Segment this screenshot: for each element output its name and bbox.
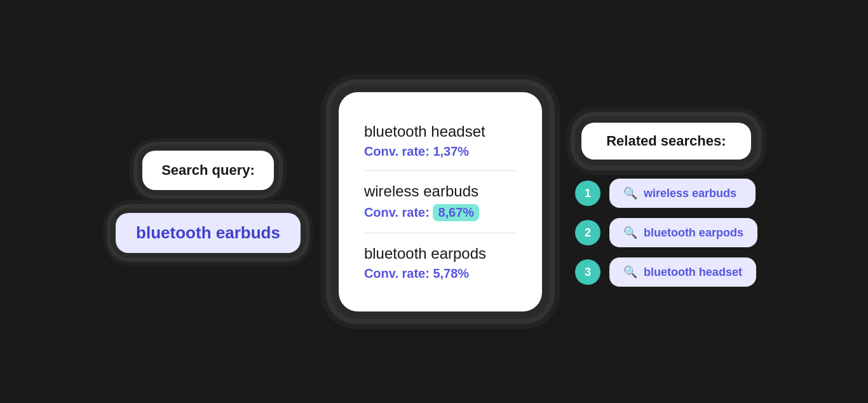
search-icon-3: 🔍 (623, 265, 637, 279)
search-icon-2: 🔍 (623, 226, 637, 240)
conv-item-1: bluetooth headset Conv. rate: 1,37% (364, 111, 517, 171)
related-item-row-1: 1 🔍 wireless earbuds (575, 179, 757, 208)
conv-name-3: bluetooth earpods (364, 245, 517, 263)
search-query-card: Search query: (142, 151, 274, 190)
search-term-card: bluetooth earbuds (116, 213, 301, 253)
right-panel: Related searches: 1 🔍 wireless earbuds 2… (575, 116, 757, 287)
search-query-label: Search query: (161, 162, 255, 179)
number-badge-2: 2 (575, 220, 600, 245)
left-panel: Search query: bluetooth earbuds (111, 146, 306, 258)
related-term-3: bluetooth headset (644, 266, 742, 279)
conv-item-3: bluetooth earpods Conv. rate: 5,78% (364, 233, 517, 292)
related-header-card: Related searches: (581, 123, 751, 160)
conv-rate-3: Conv. rate: 5,78% (364, 266, 517, 281)
conv-rate-2: Conv. rate: 8,67% (364, 204, 517, 221)
search-icon-1: 🔍 (623, 186, 637, 200)
related-searches-header: Related searches: (606, 133, 726, 149)
search-term-bubble: bluetooth earbuds (111, 208, 306, 258)
middle-panel: bluetooth headset Conv. rate: 1,37% wire… (331, 85, 550, 319)
related-item-row-3: 3 🔍 bluetooth headset (575, 257, 757, 287)
conv-rate-bubble: bluetooth headset Conv. rate: 1,37% wire… (331, 85, 550, 319)
related-term-2: bluetooth earpods (644, 226, 743, 240)
conv-name-1: bluetooth headset (364, 123, 517, 140)
related-term-1: wireless earbuds (644, 187, 736, 200)
number-badge-1: 1 (575, 181, 600, 206)
related-item-row-2: 2 🔍 bluetooth earpods (575, 218, 757, 247)
main-container: Search query: bluetooth earbuds bluetoot… (0, 59, 868, 345)
search-query-bubble: Search query: (137, 146, 279, 195)
related-header-bubble: Related searches: (575, 116, 757, 166)
conv-name-2: wireless earbuds (364, 182, 517, 200)
highlighted-rate: 8,67% (433, 204, 479, 221)
conv-item-2: wireless earbuds Conv. rate: 8,67% (364, 171, 517, 233)
related-search-pill-1[interactable]: 🔍 wireless earbuds (609, 179, 756, 208)
related-items-container: 1 🔍 wireless earbuds 2 🔍 bluetooth earpo… (575, 179, 757, 287)
search-term-text: bluetooth earbuds (136, 223, 280, 243)
conv-rate-1: Conv. rate: 1,37% (364, 144, 517, 159)
related-search-pill-2[interactable]: 🔍 bluetooth earpods (609, 218, 757, 247)
number-badge-3: 3 (575, 259, 600, 285)
conv-rate-card: bluetooth headset Conv. rate: 1,37% wire… (339, 92, 542, 311)
related-search-pill-3[interactable]: 🔍 bluetooth headset (609, 257, 756, 287)
